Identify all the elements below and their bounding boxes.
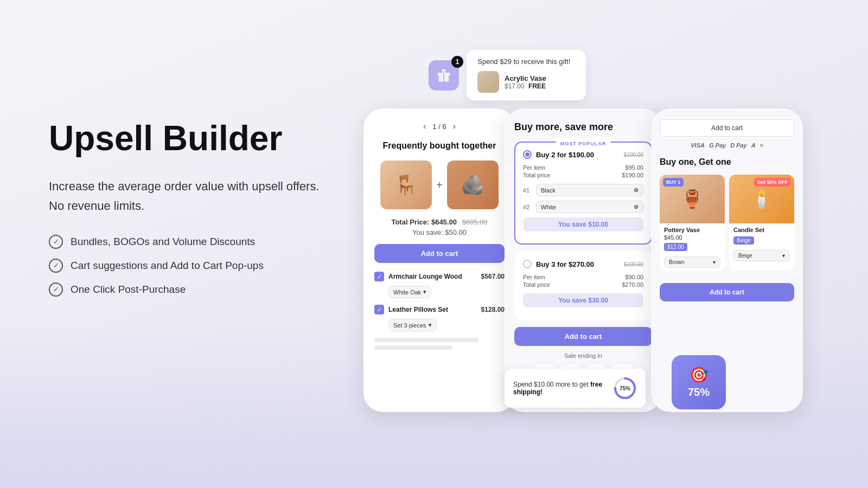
offer-card-1[interactable]: MOST POPULAR Buy 2 for $190.00 $100.00 P… bbox=[514, 142, 652, 245]
subtitle: Increase the average order value with up… bbox=[49, 177, 331, 215]
offer1-total-row: Total price $190.00 bbox=[523, 172, 643, 178]
bogo-products: BUY 1 Get 50% OFF 🏺 Pottery Vase $45.00 … bbox=[660, 175, 794, 271]
bogo-buy-badge: BUY 1 bbox=[663, 178, 684, 187]
bogo-product1-price: $45.00 bbox=[660, 234, 725, 241]
offer2-price-col: $100.00 bbox=[624, 261, 643, 267]
left-section: Upsell Builder Increase the average orde… bbox=[49, 119, 331, 297]
gift-card: Spend $29 to receive this gift! Acrylic … bbox=[467, 50, 586, 100]
dpay-icon: D Pay bbox=[730, 142, 747, 149]
feature-label-3: One Click Post-Purchase bbox=[71, 284, 186, 296]
bogo-product2-card: 🕯️ Candle Set Beige Beige ▾ bbox=[729, 175, 794, 271]
feature-label-1: Bundles, BOGOs and Volume Discounts bbox=[71, 236, 255, 248]
fbt-price-row: Total Price: $645.00 $695.00 bbox=[374, 218, 505, 226]
feature-list: Bundles, BOGOs and Volume Discounts Cart… bbox=[49, 235, 331, 297]
phone1-frequently-bought: ‹ 1 / 6 › Frequently bought together 🪑 +… bbox=[363, 108, 515, 412]
gift-product-price: $17.00 FREE bbox=[505, 82, 546, 90]
bogo-product1-select[interactable]: Brown ▾ bbox=[664, 256, 720, 268]
offer2-original: $100.00 bbox=[624, 261, 643, 267]
offer-card-2[interactable]: Buy 3 for $270.00 $100.00 Per item $90.0… bbox=[514, 251, 652, 320]
fbt-pillow-image: 🪨 bbox=[447, 160, 499, 209]
nav-next-arrow[interactable]: › bbox=[453, 121, 456, 131]
gift-card-product: Acrylic Vase $17.00 FREE bbox=[477, 71, 575, 93]
bogo-product2-name: Candle Set bbox=[729, 223, 794, 234]
product1-checkbox[interactable] bbox=[374, 272, 384, 281]
feature-item-1: Bundles, BOGOs and Volume Discounts bbox=[49, 235, 331, 249]
progress-percent: 75% bbox=[620, 386, 630, 391]
bogo-add-to-cart-button[interactable]: Add to cart bbox=[660, 283, 794, 301]
offer2-radio[interactable] bbox=[523, 260, 532, 268]
visa-icon: VISA bbox=[691, 142, 705, 149]
bogo-product1-name: Pottery Vase bbox=[660, 223, 725, 234]
gpay-icon: G Pay bbox=[709, 142, 726, 149]
buy-more-add-to-cart-button[interactable]: Add to cart bbox=[514, 327, 652, 346]
buy-more-title: Buy more, save more bbox=[514, 121, 652, 133]
offer1-header: Buy 2 for $190.00 $100.00 bbox=[523, 150, 643, 159]
nav-prev-arrow[interactable]: ‹ bbox=[423, 121, 426, 131]
goal-widget: 🎯 75% bbox=[672, 355, 726, 409]
phone3-inner: Add to cart VISA G Pay D Pay A ≈ Buy one… bbox=[651, 108, 803, 312]
product1-name: Armchair Lounge Wood bbox=[388, 273, 477, 280]
offer1-variant1-row: #1 Black ⊕ bbox=[523, 184, 643, 196]
feature-item-3: One Click Post-Purchase bbox=[49, 282, 331, 297]
skel1 bbox=[374, 338, 478, 342]
product2-variant-select[interactable]: Set 3 pieces ▾ bbox=[388, 319, 437, 331]
offer1-per-item-row: Per item $95.00 bbox=[523, 164, 643, 171]
check-icon-1 bbox=[49, 235, 63, 249]
free-shipping-bar: Spend $10.00 more to get free shipping! … bbox=[505, 369, 646, 408]
bogo-title: Buy one, Get one bbox=[660, 157, 794, 167]
phone2-inner: Buy more, save more MOST POPULAR Buy 2 f… bbox=[505, 108, 662, 399]
offer2-total-row: Total price $270.00 bbox=[523, 281, 643, 288]
payment-row: VISA G Pay D Pay A ≈ bbox=[660, 142, 794, 149]
nav-page: 1 / 6 bbox=[432, 123, 446, 131]
most-popular-badge: MOST POPULAR bbox=[560, 141, 607, 146]
phone2-buy-more: Buy more, save more MOST POPULAR Buy 2 f… bbox=[505, 108, 662, 412]
offer2-rows: Per item $90.00 Total price $270.00 bbox=[523, 274, 643, 288]
offer1-radio[interactable] bbox=[523, 150, 532, 159]
fbt-savings: You save: $50.00 bbox=[374, 228, 505, 236]
fbt-product2-row: Leather Pillows Set $128.00 bbox=[374, 305, 505, 314]
product1-variant-select[interactable]: White Oak ▾ bbox=[388, 286, 431, 298]
feature-item-2: Cart suggestions and Add to Cart Pop-ups bbox=[49, 259, 331, 273]
fbt-title: Frequently bought together bbox=[374, 141, 505, 151]
bogo-get-badge: Get 50% OFF bbox=[754, 178, 791, 187]
offer1-price-col: $100.00 bbox=[624, 152, 643, 158]
page-title: Upsell Builder bbox=[49, 119, 331, 157]
amazon-icon: A bbox=[751, 142, 756, 149]
feature-label-2: Cart suggestions and Add to Cart Pop-ups bbox=[71, 260, 264, 272]
offer1-variant2-select[interactable]: White ⊕ bbox=[536, 201, 643, 213]
gift-card-title: Spend $29 to receive this gift! bbox=[477, 57, 575, 66]
gift-product-name: Acrylic Vase bbox=[505, 74, 546, 82]
offer2-save-badge: You save $30.00 bbox=[523, 293, 643, 307]
phone1-inner: ‹ 1 / 6 › Frequently bought together 🪑 +… bbox=[363, 108, 515, 412]
product2-checkbox[interactable] bbox=[374, 305, 384, 314]
phone1-nav: ‹ 1 / 6 › bbox=[374, 121, 505, 131]
offer1-variant2-row: #2 White ⊕ bbox=[523, 201, 643, 213]
product2-name: Leather Pillows Set bbox=[388, 306, 477, 313]
phones-container: 1 Spend $29 to receive this gift! Acryli… bbox=[347, 22, 868, 488]
product2-variant-row: Set 3 pieces ▾ bbox=[388, 319, 505, 331]
goal-icon: 🎯 bbox=[690, 366, 709, 384]
add-to-cart-top[interactable]: Add to cart bbox=[660, 119, 794, 137]
bogo-product2-sale-label: Beige bbox=[733, 236, 754, 245]
product1-variant-row: White Oak ▾ bbox=[388, 286, 505, 298]
free-shipping-text: Spend $10.00 more to get free shipping! bbox=[513, 381, 607, 396]
gift-product-image bbox=[477, 71, 499, 93]
offer1-rows: Per item $95.00 Total price $190.00 bbox=[523, 164, 643, 178]
fbt-add-to-cart-button[interactable]: Add to cart bbox=[374, 244, 505, 263]
gift-notification: 1 Spend $29 to receive this gift! Acryli… bbox=[429, 50, 586, 100]
bogo-product2-select[interactable]: Beige ▾ bbox=[733, 250, 790, 261]
check-icon-2 bbox=[49, 259, 63, 273]
sale-ending-label: Sale ending in bbox=[514, 352, 652, 359]
fbt-plus-icon: + bbox=[436, 179, 443, 191]
offer1-variant1-select[interactable]: Black ⊕ bbox=[536, 184, 643, 196]
goal-percent: 75% bbox=[688, 386, 710, 399]
fbt-product1-row: Armchair Lounge Wood $567.00 bbox=[374, 272, 505, 281]
gift-icon-box: 1 bbox=[429, 60, 459, 91]
offer1-save-badge: You save $10.00 bbox=[523, 217, 643, 232]
bogo-product1-card: 🏺 Pottery Vase $45.00 $12.00 Brown ▾ bbox=[660, 175, 725, 271]
fbt-products: 🪑 + 🪨 bbox=[374, 160, 505, 209]
gift-svg-icon bbox=[436, 68, 451, 83]
progress-circle: 75% bbox=[613, 376, 637, 400]
fbt-chair-image: 🪑 bbox=[380, 160, 432, 209]
offer2-per-item-row: Per item $90.00 bbox=[523, 274, 643, 280]
